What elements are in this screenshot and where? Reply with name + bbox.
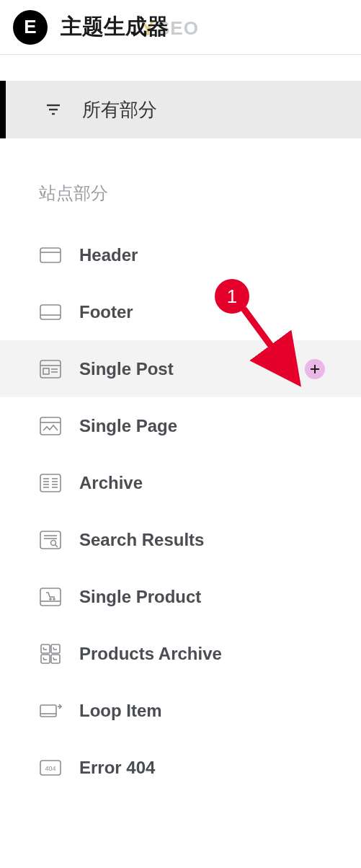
part-label: Header [79,245,138,265]
parts-list: HeaderFooterSingle PostSingle PageArchiv… [0,226,361,796]
part-item-loop-item[interactable]: Loop Item [0,682,361,739]
svg-rect-25 [40,531,61,549]
page-title: 主题生成器 [61,12,169,42]
svg-rect-9 [43,368,49,374]
part-item-archive[interactable]: Archive [0,454,361,511]
svg-rect-34 [41,645,50,653]
search-results-icon [39,528,62,552]
part-label: Products Archive [79,644,222,664]
part-item-single-page[interactable]: Single Page [0,397,361,454]
all-parts-label: 所有部分 [82,97,157,123]
header: E YSEO 主题生成器 [0,0,361,55]
footer-icon [39,301,62,324]
part-item-products-archive[interactable]: Products Archive [0,625,361,682]
svg-point-32 [50,598,51,600]
svg-rect-5 [40,305,61,319]
part-label: Loop Item [79,701,162,721]
part-item-error-404[interactable]: 404Error 404 [0,739,361,796]
svg-rect-37 [51,655,60,663]
part-item-search-results[interactable]: Search Results [0,511,361,568]
section-title: 站点部分 [0,138,361,226]
part-item-single-post[interactable]: Single Post [0,340,361,397]
part-item-single-product[interactable]: Single Product [0,568,361,625]
annotation-arrow [238,303,306,389]
svg-point-33 [53,598,55,600]
svg-rect-36 [41,655,50,663]
part-label: Single Product [79,587,201,607]
products-archive-icon [39,642,62,665]
part-label: Error 404 [79,758,155,778]
svg-rect-35 [51,645,60,653]
part-label: Single Post [79,359,174,379]
svg-rect-3 [40,248,61,262]
error-404-icon: 404 [39,756,62,779]
part-label: Single Page [79,416,177,436]
svg-point-28 [51,540,56,545]
svg-rect-16 [40,474,61,492]
part-label: Footer [79,302,133,322]
all-parts-row[interactable]: 所有部分 [0,81,361,138]
svg-rect-14 [40,417,61,435]
archive-icon [39,471,62,495]
header-icon [39,244,62,267]
svg-line-44 [244,309,290,371]
single-product-icon [39,585,62,608]
logo-letter: E [24,16,36,38]
annotation-badge: 1 [215,279,249,314]
part-item-footer[interactable]: Footer [0,283,361,340]
svg-line-29 [55,545,58,547]
part-label: Archive [79,473,143,493]
part-label: Search Results [79,530,204,550]
loop-item-icon [39,699,62,722]
svg-text:404: 404 [45,765,55,772]
elementor-logo: E [13,10,48,45]
part-item-header[interactable]: Header [0,226,361,283]
add-button[interactable] [305,359,325,379]
single-page-icon [39,415,62,438]
svg-rect-38 [40,705,56,717]
filter-icon [45,101,62,118]
single-post-icon [39,358,62,381]
